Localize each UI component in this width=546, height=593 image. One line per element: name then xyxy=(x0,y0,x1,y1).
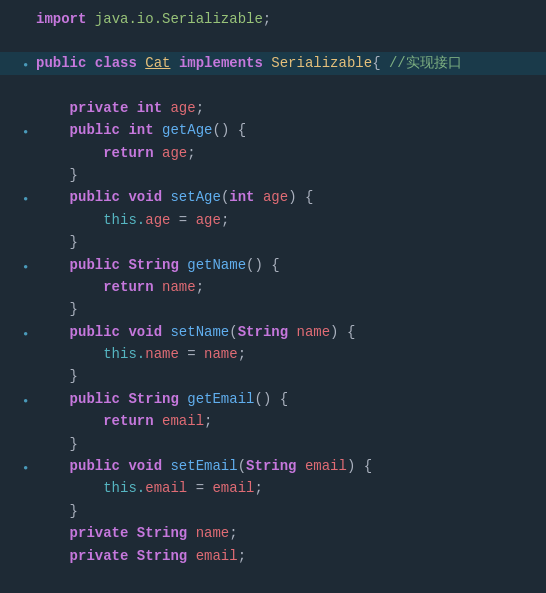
token xyxy=(187,525,195,541)
code-tokens: this.age = age; xyxy=(36,209,229,231)
token xyxy=(297,458,305,474)
code-line: return name; xyxy=(0,276,546,298)
code-tokens: return age; xyxy=(36,142,196,164)
code-line: public void setEmail(String email) { xyxy=(0,455,546,477)
token: public xyxy=(70,189,120,205)
code-line: } xyxy=(0,298,546,320)
token: . xyxy=(137,212,145,228)
token: public xyxy=(70,458,120,474)
code-tokens: public int getAge() { xyxy=(36,119,246,141)
token xyxy=(36,346,103,362)
token: () { xyxy=(254,391,288,407)
token: } xyxy=(36,301,78,317)
token: public xyxy=(70,324,120,340)
token xyxy=(36,480,103,496)
code-line: public String getEmail() { xyxy=(0,388,546,410)
token xyxy=(36,413,103,429)
token: ) { xyxy=(347,458,372,474)
token: ) { xyxy=(288,189,313,205)
token: private xyxy=(70,548,129,564)
token xyxy=(36,458,70,474)
token: public xyxy=(70,122,120,138)
code-tokens: public void setEmail(String email) { xyxy=(36,455,372,477)
token: java.io.Serializable xyxy=(95,11,263,27)
token: ( xyxy=(229,324,237,340)
token: email xyxy=(196,548,238,564)
token xyxy=(128,100,136,116)
token: } xyxy=(36,368,78,384)
token: ) { xyxy=(330,324,355,340)
token xyxy=(170,55,178,71)
code-tokens: } xyxy=(36,365,78,387)
token: () { xyxy=(212,122,246,138)
code-tokens: return email; xyxy=(36,410,212,432)
code-tokens: } xyxy=(36,433,78,455)
token: String xyxy=(246,458,296,474)
code-tokens: } xyxy=(36,164,78,186)
code-tokens: this.name = name; xyxy=(36,343,246,365)
token: String xyxy=(128,257,178,273)
code-tokens: public String getName() { xyxy=(36,254,280,276)
code-tokens: this.email = email; xyxy=(36,477,263,499)
token xyxy=(179,257,187,273)
token xyxy=(36,189,70,205)
code-tokens: } xyxy=(36,589,44,593)
line-gutter xyxy=(12,257,28,276)
code-line: } xyxy=(0,500,546,522)
token xyxy=(137,55,145,71)
code-line: public class Cat implements Serializable… xyxy=(0,52,546,74)
token: setAge xyxy=(170,189,220,205)
token: ; xyxy=(204,413,212,429)
line-gutter xyxy=(12,324,28,343)
code-line xyxy=(0,75,546,97)
token: return xyxy=(103,279,153,295)
code-line: } xyxy=(0,433,546,455)
token: String xyxy=(137,548,187,564)
token: public xyxy=(36,55,86,71)
code-line xyxy=(0,567,546,589)
code-line: private String name; xyxy=(0,522,546,544)
token: age xyxy=(263,189,288,205)
token: ; xyxy=(263,11,271,27)
token xyxy=(187,548,195,564)
token xyxy=(154,413,162,429)
token: Serializable xyxy=(271,55,372,71)
token: setName xyxy=(170,324,229,340)
code-line: public int getAge() { xyxy=(0,119,546,141)
code-line: } xyxy=(0,164,546,186)
token: this xyxy=(103,346,137,362)
token xyxy=(154,145,162,161)
token: ; xyxy=(238,346,246,362)
token: } xyxy=(36,436,78,452)
token xyxy=(154,279,162,295)
token xyxy=(36,145,103,161)
token: public xyxy=(70,257,120,273)
token: void xyxy=(128,189,162,205)
line-gutter xyxy=(12,189,28,208)
code-tokens: public String getEmail() { xyxy=(36,388,288,410)
token: //实现接口 xyxy=(389,55,462,71)
token: age xyxy=(196,212,221,228)
token: } xyxy=(36,234,78,250)
token xyxy=(86,11,94,27)
token: } xyxy=(36,503,78,519)
line-gutter xyxy=(12,122,28,141)
token xyxy=(128,525,136,541)
token: String xyxy=(238,324,288,340)
code-line: private int age; xyxy=(0,97,546,119)
token xyxy=(128,548,136,564)
token: import xyxy=(36,11,86,27)
token: int xyxy=(137,100,162,116)
token: void xyxy=(128,324,162,340)
token: String xyxy=(137,525,187,541)
code-line: return age; xyxy=(0,142,546,164)
token: ( xyxy=(238,458,246,474)
code-line: public void setName(String name) { xyxy=(0,321,546,343)
token xyxy=(288,324,296,340)
token: ; xyxy=(254,480,262,496)
token: age xyxy=(145,212,170,228)
token: email xyxy=(162,413,204,429)
code-line: import java.io.Serializable; xyxy=(0,8,546,30)
token: ; xyxy=(229,525,237,541)
token: age xyxy=(162,145,187,161)
